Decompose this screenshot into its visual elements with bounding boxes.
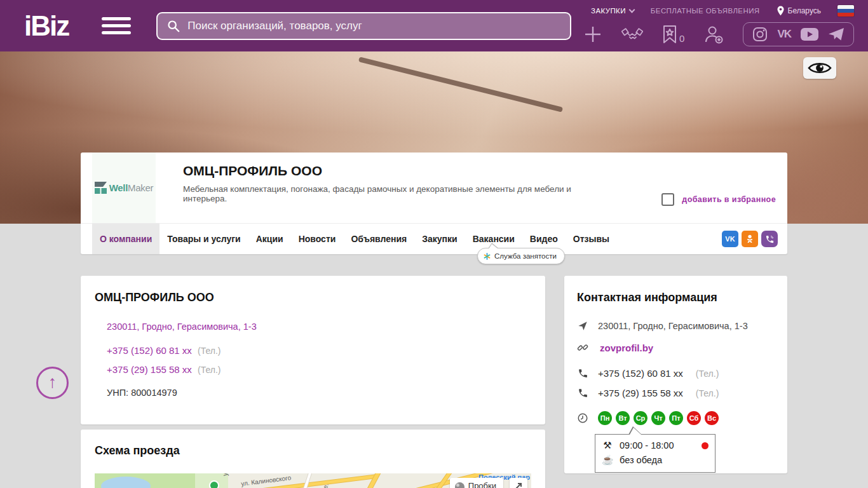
location-pin-icon	[776, 6, 785, 16]
telegram-icon[interactable]	[828, 27, 844, 42]
schedule-days: Пн Вт Ср Чт Пт Сб Вс	[598, 411, 719, 425]
country-selector[interactable]: Беларусь	[776, 6, 821, 16]
work-hours: 09:00 - 18:00	[620, 440, 674, 451]
favorites-count: 0	[679, 33, 684, 44]
scroll-top-button[interactable]: ↑	[36, 367, 69, 399]
youtube-icon[interactable]	[801, 28, 818, 41]
navigation-arrow-icon	[578, 321, 588, 331]
day-badge-wed[interactable]: Ср	[634, 411, 648, 425]
phone-type-label: (Тел.)	[198, 365, 220, 375]
add-user-icon	[703, 25, 724, 44]
eye-icon	[808, 60, 832, 76]
map-expand-button[interactable]	[510, 478, 527, 488]
favorite-label[interactable]: добавить в избранное	[682, 195, 776, 204]
up-arrow-icon: ↑	[48, 374, 57, 391]
company-logo: WellMaker	[92, 152, 156, 223]
hamburger-menu-icon[interactable]	[102, 13, 131, 38]
tab-announcements[interactable]: Объявления	[343, 224, 414, 254]
lunch-coffee-icon: ☕	[602, 454, 613, 466]
map-canvas[interactable]: ул. ул. Калиновского Дзе. Полесский пар …	[95, 473, 531, 488]
contact-title: Контактная информация	[577, 291, 787, 304]
about-address-link[interactable]: 230011, Гродно, Герасимовича, 1-3	[107, 322, 545, 332]
tab-news[interactable]: Новости	[291, 224, 344, 254]
company-description: Мебельная комплектация, погонажа, фасады…	[183, 184, 602, 203]
add-button[interactable]	[583, 25, 602, 44]
vk-share-button[interactable]: VK	[722, 231, 738, 247]
viber-button[interactable]	[761, 231, 778, 247]
traffic-light-icon	[455, 482, 465, 488]
contact-address: 230011, Гродно, Герасимовича, 1-3	[598, 321, 748, 331]
viber-phone-icon	[765, 234, 775, 244]
link-icon	[577, 342, 588, 353]
tab-promotions[interactable]: Акции	[248, 224, 291, 254]
tab-reviews[interactable]: Отзывы	[566, 224, 617, 254]
map-marker	[209, 480, 219, 488]
contact-phone-2[interactable]: +375 (29) 155 58 xx	[598, 388, 683, 398]
phone-type-label: (Тел.)	[696, 388, 719, 398]
vk-icon[interactable]: VK	[777, 28, 791, 41]
free-ads-link[interactable]: БЕСПЛАТНЫЕ ОБЪЯВЛЕНИЯ	[651, 7, 760, 15]
day-badge-sun[interactable]: Вс	[705, 411, 719, 425]
contact-card: Контактная информация 230011, Гродно, Ге…	[564, 276, 787, 473]
open-status-indicator	[702, 442, 709, 449]
search-bar[interactable]	[156, 12, 571, 40]
about-card: ОМЦ-ПРОФИЛЬ ООО 230011, Гродно, Герасимо…	[81, 276, 545, 424]
tab-products-services[interactable]: Товары и услуги	[159, 224, 248, 254]
favorite-checkbox[interactable]	[661, 193, 674, 206]
contact-phone-1[interactable]: +375 (152) 60 81 xx	[598, 368, 683, 379]
ok-icon	[745, 234, 755, 244]
purchases-link[interactable]: ЗАКУПКИ	[591, 7, 634, 15]
clock-icon	[577, 412, 588, 424]
instagram-icon[interactable]	[752, 27, 768, 42]
header-social-links: VK	[743, 22, 854, 46]
phone-icon	[578, 368, 588, 379]
header-right: ЗАКУПКИ БЕСПЛАТНЫЕ ОБЪЯВЛЕНИЯ Беларусь	[583, 5, 868, 46]
accessibility-eye-button[interactable]	[803, 57, 836, 79]
company-tabs: О компании Товары и услуги Акции Новости…	[81, 223, 787, 254]
tab-purchases[interactable]: Закупки	[414, 224, 465, 254]
about-phone-2[interactable]: +375 (29) 155 58 xx	[107, 364, 192, 375]
map-title: Схема проезда	[95, 444, 545, 458]
bookmark-star-icon	[662, 25, 677, 44]
traffic-button[interactable]: Пробки	[450, 478, 503, 488]
employment-service-icon	[484, 253, 491, 260]
handshake-icon	[621, 25, 643, 44]
chevron-down-icon	[628, 6, 635, 13]
day-badge-mon[interactable]: Пн	[598, 411, 612, 425]
tab-about-company[interactable]: О компании	[92, 224, 159, 254]
pen-decoration	[358, 57, 563, 112]
search-icon	[166, 19, 180, 33]
ibiz-logo[interactable]: iBiz	[24, 12, 69, 40]
plus-icon	[583, 25, 602, 44]
day-badge-fri[interactable]: Пт	[669, 411, 683, 425]
street-label: ул.	[222, 473, 229, 476]
unp-label: УНП: 800014979	[107, 388, 545, 398]
schedule-tooltip: ⚒ 09:00 - 18:00 ☕ без обеда	[595, 434, 715, 473]
phone-icon	[578, 388, 588, 398]
expand-arrow-icon	[514, 482, 523, 488]
street-label: ул. Калиновского	[241, 474, 292, 487]
lunch-label: без обеда	[620, 455, 662, 465]
about-phone-1[interactable]: +375 (152) 60 81 xx	[107, 345, 192, 356]
day-badge-sat[interactable]: Сб	[687, 411, 701, 425]
search-input[interactable]	[187, 20, 561, 32]
favorites-button[interactable]: 0	[662, 25, 684, 44]
map-card: Схема проезда ул. ул. Калиновского Дзе. …	[81, 430, 545, 488]
sign-in-button[interactable]	[703, 25, 724, 44]
partnership-button[interactable]	[621, 25, 643, 44]
work-tools-icon: ⚒	[602, 440, 613, 451]
page: iBiz ЗАКУПКИ БЕСПЛАТНЫЕ ОБЪЯВЛЕНИЯ Белар…	[0, 0, 868, 488]
day-badge-thu[interactable]: Чт	[651, 411, 665, 425]
wellmaker-logo-text: WellMaker	[109, 182, 154, 193]
country-label: Беларусь	[788, 6, 821, 15]
odnoklassniki-share-button[interactable]	[742, 231, 758, 247]
header: iBiz ЗАКУПКИ БЕСПЛАТНЫЕ ОБЪЯВЛЕНИЯ Белар…	[0, 0, 868, 51]
phone-type-label: (Тел.)	[696, 369, 719, 379]
company-name: ОМЦ-ПРОФИЛЬ ООО	[183, 163, 602, 179]
website-link[interactable]: zovprofil.by	[600, 342, 653, 353]
phone-type-label: (Тел.)	[198, 346, 220, 356]
wellmaker-logo-icon	[95, 182, 107, 194]
language-flag-russian[interactable]	[837, 5, 854, 17]
about-title: ОМЦ-ПРОФИЛЬ ООО	[95, 291, 545, 304]
day-badge-tue[interactable]: Вт	[616, 411, 630, 425]
